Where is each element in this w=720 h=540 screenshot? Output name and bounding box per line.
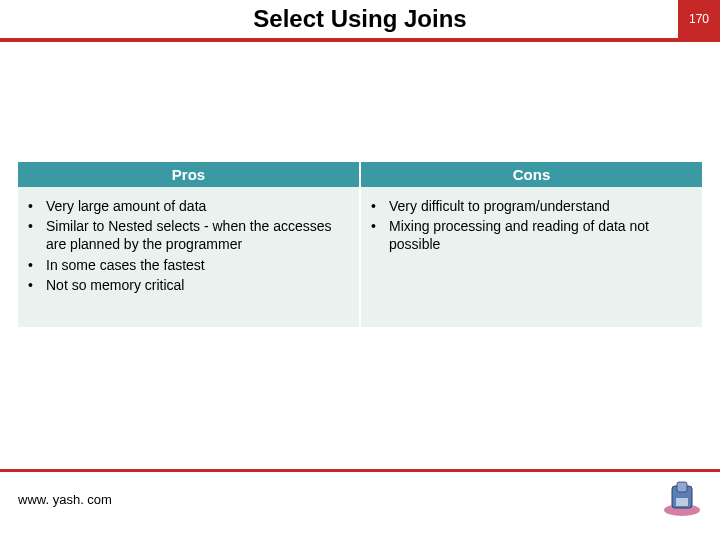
- cons-body: •Very difficult to program/understand •M…: [361, 187, 702, 327]
- cons-list: •Very difficult to program/understand •M…: [371, 197, 692, 254]
- list-item: •Mixing processing and reading of data n…: [371, 217, 692, 253]
- cons-item-text: Mixing processing and reading of data no…: [389, 217, 692, 253]
- pros-list: •Very large amount of data •Similar to N…: [28, 197, 349, 294]
- pros-cons-table: Pros •Very large amount of data •Similar…: [18, 162, 702, 327]
- footer-url: www. yash. com: [18, 492, 112, 507]
- list-item: •Similar to Nested selects - when the ac…: [28, 217, 349, 253]
- pros-item-text: Very large amount of data: [46, 197, 349, 215]
- list-item: •In some cases the fastest: [28, 256, 349, 274]
- footer: www. yash. com: [0, 469, 720, 518]
- pros-item-text: In some cases the fastest: [46, 256, 349, 274]
- svg-rect-3: [676, 498, 688, 506]
- list-item: •Not so memory critical: [28, 276, 349, 294]
- cons-item-text: Very difficult to program/understand: [389, 197, 692, 215]
- pros-header: Pros: [18, 162, 359, 187]
- list-item: •Very difficult to program/understand: [371, 197, 692, 215]
- pros-body: •Very large amount of data •Similar to N…: [18, 187, 359, 327]
- page-number-badge: 170: [678, 0, 720, 38]
- slide: Select Using Joins 170 Pros •Very large …: [0, 0, 720, 540]
- pros-item-text: Not so memory critical: [46, 276, 349, 294]
- title-bar: Select Using Joins 170: [0, 0, 720, 42]
- svg-rect-2: [677, 482, 687, 492]
- cons-header: Cons: [361, 162, 702, 187]
- cons-column: Cons •Very difficult to program/understa…: [361, 162, 702, 327]
- pros-column: Pros •Very large amount of data •Similar…: [18, 162, 359, 327]
- list-item: •Very large amount of data: [28, 197, 349, 215]
- logo-icon: [662, 480, 702, 518]
- pros-item-text: Similar to Nested selects - when the acc…: [46, 217, 349, 253]
- slide-title: Select Using Joins: [253, 5, 466, 33]
